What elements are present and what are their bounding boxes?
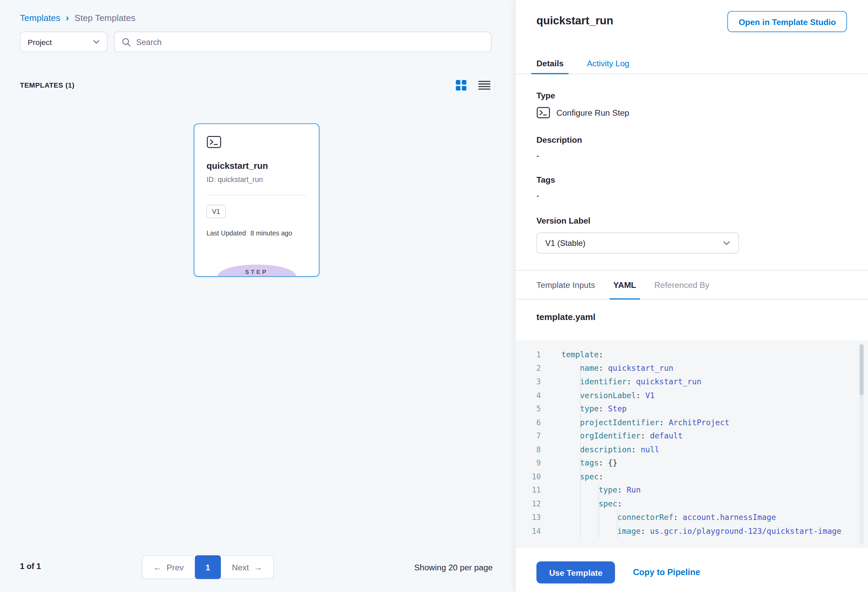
app-window: Templates › Step Templates Project TEMPL… bbox=[0, 0, 868, 592]
type-label: Type bbox=[536, 91, 555, 100]
list-toolbar: TEMPLATES (1) bbox=[20, 78, 492, 93]
tab-template-inputs[interactable]: Template Inputs bbox=[536, 271, 595, 299]
description-value: - bbox=[536, 151, 539, 160]
grid-view-icon bbox=[455, 79, 467, 92]
last-updated-value: 8 minutes ago bbox=[250, 229, 292, 237]
tab-details[interactable]: Details bbox=[536, 53, 564, 74]
breadcrumb-chevron-icon: › bbox=[66, 13, 69, 22]
templates-count-label: TEMPLATES (1) bbox=[20, 81, 75, 89]
next-page-button[interactable]: Next → bbox=[221, 555, 274, 579]
open-template-studio-button[interactable]: Open in Template Studio bbox=[728, 11, 847, 32]
yaml-line: 7 orgIdentifier: default bbox=[515, 429, 868, 443]
step-type-badge: STEP bbox=[217, 264, 296, 276]
page-info: 1 of 1 bbox=[20, 562, 41, 571]
template-card[interactable]: quickstart_run ID: quickstart_run V1 Las… bbox=[194, 124, 319, 277]
tab-activity-log[interactable]: Activity Log bbox=[587, 53, 629, 74]
panel-title: quickstart_run bbox=[536, 15, 613, 27]
run-step-icon bbox=[536, 106, 551, 119]
code-scrollbar-thumb[interactable] bbox=[859, 344, 863, 396]
filter-row: Project bbox=[20, 31, 492, 52]
details-tabs: Details Activity Log bbox=[515, 53, 868, 74]
prev-page-label: Prev bbox=[167, 562, 184, 572]
pagination: ← Prev 1 Next → bbox=[142, 555, 274, 579]
arrow-left-icon: ← bbox=[153, 562, 162, 572]
breadcrumb-current: Step Templates bbox=[74, 13, 135, 23]
page-size-label: Showing 20 per page bbox=[414, 562, 493, 572]
breadcrumb: Templates › Step Templates bbox=[20, 13, 135, 23]
template-card-id: ID: quickstart_run bbox=[206, 176, 307, 184]
page-1-button[interactable]: 1 bbox=[195, 555, 221, 579]
yaml-code: 1template:2 name: quickstart_run3 identi… bbox=[515, 340, 868, 548]
yaml-line: 4 versionLabel: V1 bbox=[515, 388, 868, 402]
tab-referenced-by[interactable]: Referenced By bbox=[654, 271, 709, 299]
run-step-icon bbox=[206, 135, 221, 149]
use-template-button[interactable]: Use Template bbox=[536, 561, 615, 583]
scope-select-value: Project bbox=[28, 37, 52, 46]
yaml-file-name: template.yaml bbox=[536, 312, 596, 322]
chevron-down-icon bbox=[93, 40, 100, 44]
next-page-label: Next bbox=[232, 562, 249, 572]
search-input[interactable] bbox=[136, 37, 484, 46]
description-label: Description bbox=[536, 135, 582, 145]
yaml-line: 10 spec: bbox=[515, 470, 868, 483]
grid-view-button[interactable] bbox=[454, 78, 468, 93]
panel-footer: Use Template Copy to Pipeline bbox=[536, 561, 700, 583]
scope-select[interactable]: Project bbox=[20, 31, 108, 52]
list-view-button[interactable] bbox=[477, 79, 492, 92]
arrow-right-icon: → bbox=[254, 562, 263, 572]
last-updated-row: Last Updated 8 minutes ago bbox=[206, 229, 307, 237]
templates-list-panel: Templates › Step Templates Project TEMPL… bbox=[0, 0, 515, 592]
yaml-line: 3 identifier: quickstart_run bbox=[515, 375, 868, 388]
yaml-line: 5 type: Step bbox=[515, 402, 868, 415]
type-value: Configure Run Step bbox=[557, 108, 629, 117]
yaml-line: 8 description: null bbox=[515, 443, 868, 456]
yaml-line: 13 connectorRef: account.harnessImage bbox=[515, 511, 868, 524]
search-icon bbox=[121, 37, 131, 47]
type-row: Configure Run Step bbox=[536, 106, 629, 119]
card-divider bbox=[206, 195, 307, 196]
template-details-panel: quickstart_run Open in Template Studio D… bbox=[515, 0, 868, 592]
yaml-line: 2 name: quickstart_run bbox=[515, 361, 868, 375]
version-label-select[interactable]: V1 (Stable) bbox=[536, 232, 739, 253]
chevron-down-icon bbox=[723, 241, 730, 246]
code-scrollbar bbox=[859, 343, 863, 545]
tab-yaml[interactable]: YAML bbox=[613, 271, 636, 299]
yaml-line: 9 tags: {} bbox=[515, 456, 868, 469]
tags-label: Tags bbox=[536, 175, 555, 185]
search-box bbox=[114, 31, 492, 52]
step-type-badge-label: STEP bbox=[245, 266, 268, 275]
version-label-value: V1 (Stable) bbox=[545, 239, 586, 247]
yaml-section-tabs: Template Inputs YAML Referenced By bbox=[515, 271, 868, 300]
last-updated-label: Last Updated bbox=[206, 229, 246, 237]
yaml-line: 12 spec: bbox=[515, 497, 868, 511]
yaml-line: 6 projectIdentifier: ArchitProject bbox=[515, 415, 868, 429]
template-card-title: quickstart_run bbox=[206, 161, 307, 171]
yaml-line: 14 image: us.gcr.io/playground-123/quick… bbox=[515, 524, 868, 537]
breadcrumb-templates-link[interactable]: Templates bbox=[20, 13, 60, 23]
list-view-icon bbox=[478, 80, 490, 90]
version-chip: V1 bbox=[206, 205, 226, 218]
copy-to-pipeline-link[interactable]: Copy to Pipeline bbox=[633, 567, 700, 577]
prev-page-button[interactable]: ← Prev bbox=[142, 555, 195, 579]
yaml-line: 1template: bbox=[515, 348, 868, 361]
view-toggles bbox=[454, 78, 492, 93]
tags-value: - bbox=[536, 190, 539, 200]
version-label-heading: Version Label bbox=[536, 216, 590, 225]
yaml-line: 11 type: Run bbox=[515, 483, 868, 497]
